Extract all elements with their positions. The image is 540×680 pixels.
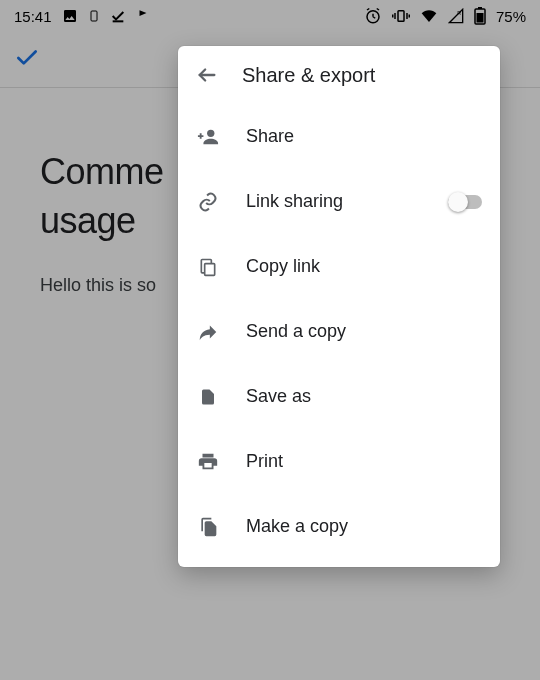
menu-item-share[interactable]: Share bbox=[178, 104, 500, 169]
menu-item-label: Copy link bbox=[246, 256, 482, 277]
menu-item-make-copy[interactable]: Make a copy bbox=[178, 494, 500, 559]
duplicate-file-icon bbox=[196, 516, 220, 538]
menu-item-label: Save as bbox=[246, 386, 482, 407]
menu-item-label: Share bbox=[246, 126, 482, 147]
panel-title: Share & export bbox=[242, 64, 375, 87]
link-sharing-toggle[interactable] bbox=[448, 192, 482, 212]
menu-item-label: Link sharing bbox=[246, 191, 422, 212]
menu-item-label: Make a copy bbox=[246, 516, 482, 537]
copy-icon bbox=[196, 256, 220, 278]
svg-rect-19 bbox=[205, 263, 215, 275]
menu-item-print[interactable]: Print bbox=[178, 429, 500, 494]
back-arrow-icon[interactable] bbox=[196, 64, 218, 86]
print-icon bbox=[196, 451, 220, 473]
person-add-icon bbox=[196, 126, 220, 148]
svg-point-18 bbox=[207, 129, 214, 136]
file-icon bbox=[196, 386, 220, 408]
menu-item-save-as[interactable]: Save as bbox=[178, 364, 500, 429]
menu-item-label: Send a copy bbox=[246, 321, 482, 342]
menu-item-label: Print bbox=[246, 451, 482, 472]
send-icon bbox=[196, 321, 220, 343]
panel-header: Share & export bbox=[178, 46, 500, 104]
link-icon bbox=[196, 191, 220, 213]
menu-item-copy-link[interactable]: Copy link bbox=[178, 234, 500, 299]
menu-item-send-copy[interactable]: Send a copy bbox=[178, 299, 500, 364]
share-export-panel: Share & export Share Link sharing Copy l… bbox=[178, 46, 500, 567]
menu-item-link-sharing[interactable]: Link sharing bbox=[178, 169, 500, 234]
